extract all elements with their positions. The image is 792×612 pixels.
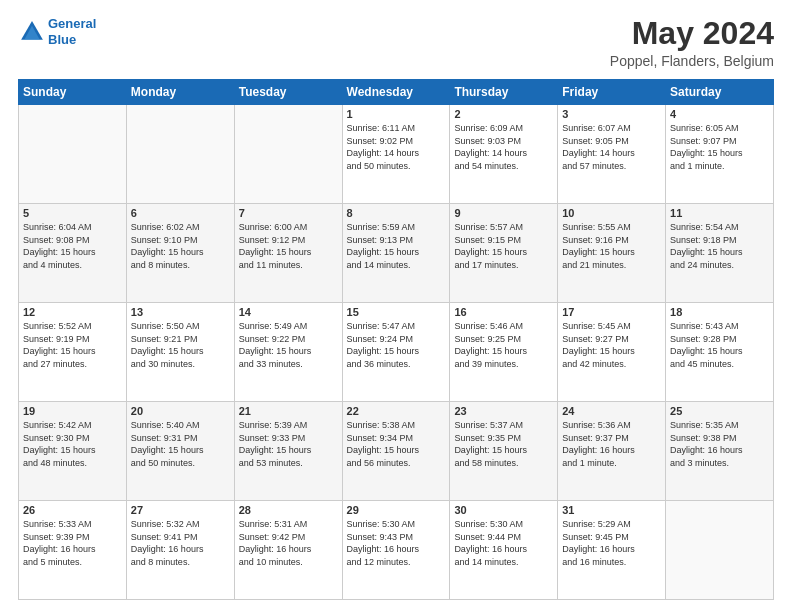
day-number: 12 — [23, 306, 122, 318]
day-number: 31 — [562, 504, 661, 516]
week-row-5: 26Sunrise: 5:33 AM Sunset: 9:39 PM Dayli… — [19, 501, 774, 600]
day-number: 10 — [562, 207, 661, 219]
calendar-cell: 13Sunrise: 5:50 AM Sunset: 9:21 PM Dayli… — [126, 303, 234, 402]
calendar-cell: 21Sunrise: 5:39 AM Sunset: 9:33 PM Dayli… — [234, 402, 342, 501]
calendar-cell: 3Sunrise: 6:07 AM Sunset: 9:05 PM Daylig… — [558, 105, 666, 204]
day-info: Sunrise: 5:37 AM Sunset: 9:35 PM Dayligh… — [454, 419, 553, 469]
calendar-cell: 10Sunrise: 5:55 AM Sunset: 9:16 PM Dayli… — [558, 204, 666, 303]
day-number: 17 — [562, 306, 661, 318]
day-number: 27 — [131, 504, 230, 516]
day-number: 23 — [454, 405, 553, 417]
day-number: 20 — [131, 405, 230, 417]
calendar-cell: 2Sunrise: 6:09 AM Sunset: 9:03 PM Daylig… — [450, 105, 558, 204]
day-info: Sunrise: 5:54 AM Sunset: 9:18 PM Dayligh… — [670, 221, 769, 271]
calendar-cell: 12Sunrise: 5:52 AM Sunset: 9:19 PM Dayli… — [19, 303, 127, 402]
day-info: Sunrise: 5:49 AM Sunset: 9:22 PM Dayligh… — [239, 320, 338, 370]
calendar-cell: 9Sunrise: 5:57 AM Sunset: 9:15 PM Daylig… — [450, 204, 558, 303]
day-info: Sunrise: 5:50 AM Sunset: 9:21 PM Dayligh… — [131, 320, 230, 370]
day-number: 13 — [131, 306, 230, 318]
day-info: Sunrise: 5:36 AM Sunset: 9:37 PM Dayligh… — [562, 419, 661, 469]
calendar-cell: 28Sunrise: 5:31 AM Sunset: 9:42 PM Dayli… — [234, 501, 342, 600]
calendar-cell: 4Sunrise: 6:05 AM Sunset: 9:07 PM Daylig… — [666, 105, 774, 204]
day-info: Sunrise: 5:32 AM Sunset: 9:41 PM Dayligh… — [131, 518, 230, 568]
column-header-tuesday: Tuesday — [234, 80, 342, 105]
day-number: 15 — [347, 306, 446, 318]
day-info: Sunrise: 5:46 AM Sunset: 9:25 PM Dayligh… — [454, 320, 553, 370]
day-number: 11 — [670, 207, 769, 219]
calendar-cell — [126, 105, 234, 204]
week-row-4: 19Sunrise: 5:42 AM Sunset: 9:30 PM Dayli… — [19, 402, 774, 501]
calendar-cell: 22Sunrise: 5:38 AM Sunset: 9:34 PM Dayli… — [342, 402, 450, 501]
day-info: Sunrise: 5:52 AM Sunset: 9:19 PM Dayligh… — [23, 320, 122, 370]
day-info: Sunrise: 5:40 AM Sunset: 9:31 PM Dayligh… — [131, 419, 230, 469]
day-info: Sunrise: 5:55 AM Sunset: 9:16 PM Dayligh… — [562, 221, 661, 271]
day-info: Sunrise: 5:39 AM Sunset: 9:33 PM Dayligh… — [239, 419, 338, 469]
day-number: 28 — [239, 504, 338, 516]
day-number: 19 — [23, 405, 122, 417]
calendar-cell — [19, 105, 127, 204]
calendar-table: SundayMondayTuesdayWednesdayThursdayFrid… — [18, 79, 774, 600]
day-number: 2 — [454, 108, 553, 120]
calendar-cell: 11Sunrise: 5:54 AM Sunset: 9:18 PM Dayli… — [666, 204, 774, 303]
logo: General Blue — [18, 16, 96, 47]
day-info: Sunrise: 6:11 AM Sunset: 9:02 PM Dayligh… — [347, 122, 446, 172]
day-number: 7 — [239, 207, 338, 219]
calendar-cell: 6Sunrise: 6:02 AM Sunset: 9:10 PM Daylig… — [126, 204, 234, 303]
column-header-wednesday: Wednesday — [342, 80, 450, 105]
day-info: Sunrise: 5:57 AM Sunset: 9:15 PM Dayligh… — [454, 221, 553, 271]
day-info: Sunrise: 5:43 AM Sunset: 9:28 PM Dayligh… — [670, 320, 769, 370]
calendar-header: SundayMondayTuesdayWednesdayThursdayFrid… — [19, 80, 774, 105]
calendar-cell: 30Sunrise: 5:30 AM Sunset: 9:44 PM Dayli… — [450, 501, 558, 600]
day-number: 14 — [239, 306, 338, 318]
calendar-body: 1Sunrise: 6:11 AM Sunset: 9:02 PM Daylig… — [19, 105, 774, 600]
day-info: Sunrise: 6:04 AM Sunset: 9:08 PM Dayligh… — [23, 221, 122, 271]
logo-line1: General — [48, 16, 96, 31]
day-number: 16 — [454, 306, 553, 318]
calendar-cell: 24Sunrise: 5:36 AM Sunset: 9:37 PM Dayli… — [558, 402, 666, 501]
calendar-cell: 26Sunrise: 5:33 AM Sunset: 9:39 PM Dayli… — [19, 501, 127, 600]
calendar-cell: 20Sunrise: 5:40 AM Sunset: 9:31 PM Dayli… — [126, 402, 234, 501]
day-number: 22 — [347, 405, 446, 417]
calendar-cell: 25Sunrise: 5:35 AM Sunset: 9:38 PM Dayli… — [666, 402, 774, 501]
day-number: 24 — [562, 405, 661, 417]
column-header-sunday: Sunday — [19, 80, 127, 105]
day-number: 5 — [23, 207, 122, 219]
calendar-cell — [666, 501, 774, 600]
calendar-cell: 27Sunrise: 5:32 AM Sunset: 9:41 PM Dayli… — [126, 501, 234, 600]
day-number: 26 — [23, 504, 122, 516]
week-row-3: 12Sunrise: 5:52 AM Sunset: 9:19 PM Dayli… — [19, 303, 774, 402]
logo-text: General Blue — [48, 16, 96, 47]
calendar-cell: 17Sunrise: 5:45 AM Sunset: 9:27 PM Dayli… — [558, 303, 666, 402]
column-header-saturday: Saturday — [666, 80, 774, 105]
calendar-cell — [234, 105, 342, 204]
day-number: 3 — [562, 108, 661, 120]
week-row-1: 1Sunrise: 6:11 AM Sunset: 9:02 PM Daylig… — [19, 105, 774, 204]
day-number: 21 — [239, 405, 338, 417]
day-number: 30 — [454, 504, 553, 516]
week-row-2: 5Sunrise: 6:04 AM Sunset: 9:08 PM Daylig… — [19, 204, 774, 303]
day-info: Sunrise: 6:00 AM Sunset: 9:12 PM Dayligh… — [239, 221, 338, 271]
day-number: 1 — [347, 108, 446, 120]
day-info: Sunrise: 5:33 AM Sunset: 9:39 PM Dayligh… — [23, 518, 122, 568]
calendar-cell: 15Sunrise: 5:47 AM Sunset: 9:24 PM Dayli… — [342, 303, 450, 402]
day-number: 8 — [347, 207, 446, 219]
day-info: Sunrise: 5:30 AM Sunset: 9:43 PM Dayligh… — [347, 518, 446, 568]
day-info: Sunrise: 6:09 AM Sunset: 9:03 PM Dayligh… — [454, 122, 553, 172]
calendar-cell: 18Sunrise: 5:43 AM Sunset: 9:28 PM Dayli… — [666, 303, 774, 402]
day-info: Sunrise: 6:05 AM Sunset: 9:07 PM Dayligh… — [670, 122, 769, 172]
day-info: Sunrise: 5:30 AM Sunset: 9:44 PM Dayligh… — [454, 518, 553, 568]
column-header-thursday: Thursday — [450, 80, 558, 105]
day-info: Sunrise: 5:42 AM Sunset: 9:30 PM Dayligh… — [23, 419, 122, 469]
column-header-monday: Monday — [126, 80, 234, 105]
day-info: Sunrise: 5:38 AM Sunset: 9:34 PM Dayligh… — [347, 419, 446, 469]
logo-icon — [18, 18, 46, 46]
logo-line2: Blue — [48, 32, 76, 47]
calendar-cell: 14Sunrise: 5:49 AM Sunset: 9:22 PM Dayli… — [234, 303, 342, 402]
day-number: 29 — [347, 504, 446, 516]
day-number: 6 — [131, 207, 230, 219]
title-area: May 2024 Poppel, Flanders, Belgium — [610, 16, 774, 69]
header: General Blue May 2024 Poppel, Flanders, … — [18, 16, 774, 69]
calendar-cell: 19Sunrise: 5:42 AM Sunset: 9:30 PM Dayli… — [19, 402, 127, 501]
day-info: Sunrise: 5:31 AM Sunset: 9:42 PM Dayligh… — [239, 518, 338, 568]
subtitle: Poppel, Flanders, Belgium — [610, 53, 774, 69]
